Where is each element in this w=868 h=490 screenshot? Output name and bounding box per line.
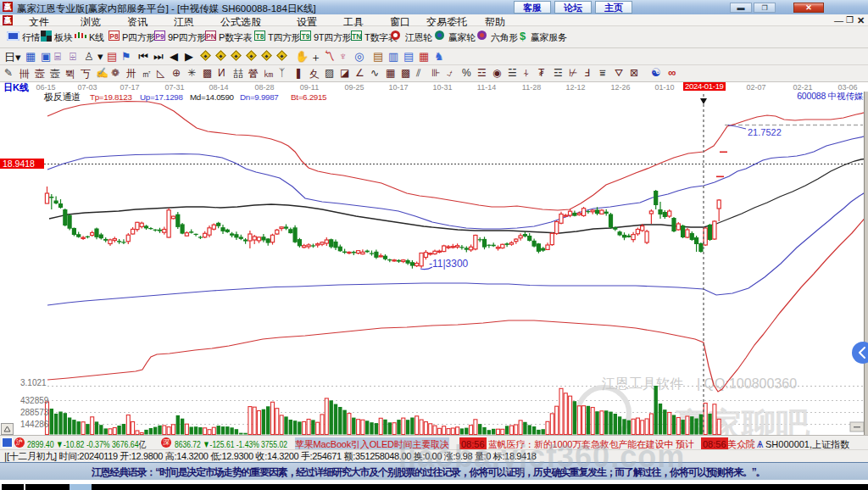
- svg-text:Dn=9.9987: Dn=9.9987: [240, 92, 279, 102]
- svg-text:21.7522: 21.7522: [748, 127, 782, 137]
- svg-text:Bt=6.2915: Bt=6.2915: [291, 92, 327, 102]
- svg-text:极反通道: 极反通道: [43, 92, 81, 102]
- svg-text:432859: 432859: [20, 396, 49, 405]
- svg-text:Up=17.1298: Up=17.1298: [140, 92, 184, 102]
- svg-text:18.9418: 18.9418: [3, 159, 35, 169]
- svg-text:600088 中视传媒: 600088 中视传媒: [797, 91, 863, 101]
- svg-text:3.1021: 3.1021: [20, 378, 47, 387]
- svg-text:-11|3300: -11|3300: [429, 258, 469, 270]
- svg-text:Tp=19.8123: Tp=19.8123: [90, 92, 132, 102]
- svg-text:Md=14.0590: Md=14.0590: [190, 92, 235, 102]
- svg-text:江恩工具软件 | QQ:100800360: 江恩工具软件 | QQ:100800360: [602, 376, 797, 391]
- svg-text:144286: 144286: [20, 420, 49, 429]
- svg-text:288573: 288573: [20, 408, 49, 417]
